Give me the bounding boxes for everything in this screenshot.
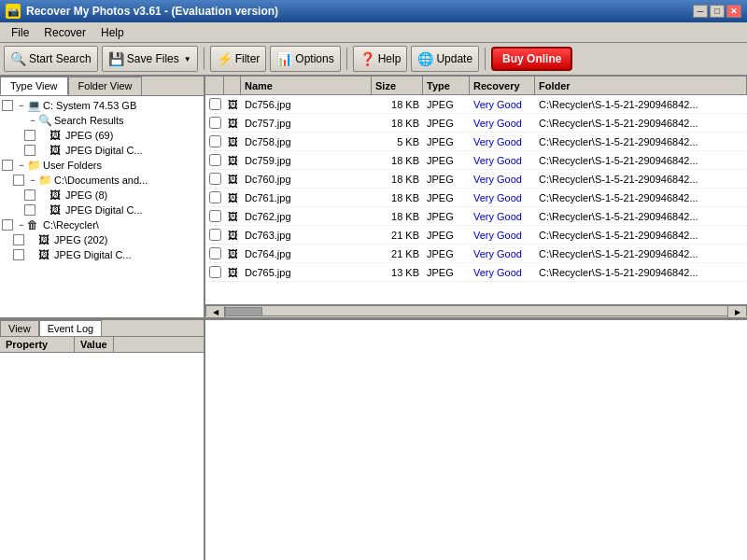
tree-item-checkbox[interactable]: [2, 100, 13, 111]
close-button[interactable]: ✕: [726, 5, 741, 18]
tree-item-checkbox[interactable]: [2, 219, 13, 231]
table-row[interactable]: 🖼 Dc763.jpg 21 KB JPEG Very Good C:\Recy…: [205, 226, 747, 245]
file-select-checkbox[interactable]: [209, 210, 221, 222]
file-select-checkbox[interactable]: [209, 117, 221, 129]
file-checkbox[interactable]: [205, 98, 224, 110]
file-thumb-icon: 🖼: [224, 248, 241, 259]
tree-item[interactable]: −🔍Search Results: [2, 113, 202, 128]
tree-item-checkbox[interactable]: [24, 145, 35, 156]
table-row[interactable]: 🖼 Dc758.jpg 5 KB JPEG Very Good C:\Recyc…: [205, 133, 747, 151]
help-button[interactable]: ❓ Help: [353, 46, 408, 72]
menu-bar: File Recover Help: [0, 22, 747, 43]
tab-folder-view[interactable]: Folder View: [68, 77, 143, 95]
menu-recover[interactable]: Recover: [36, 24, 93, 41]
file-select-checkbox[interactable]: [209, 154, 221, 166]
file-folder: C:\Recycler\S-1-5-21-290946842...: [535, 192, 747, 203]
bottom-section: View Event Log Property Value: [0, 319, 747, 561]
col-header-name[interactable]: Name: [241, 77, 372, 95]
table-row[interactable]: 🖼 Dc765.jpg 13 KB JPEG Very Good C:\Recy…: [205, 263, 747, 282]
table-row[interactable]: 🖼 Dc762.jpg 18 KB JPEG Very Good C:\Recy…: [205, 207, 747, 226]
tree-item-checkbox[interactable]: [2, 160, 13, 171]
table-row[interactable]: 🖼 Dc756.jpg 18 KB JPEG Very Good C:\Recy…: [205, 95, 747, 114]
buy-online-button[interactable]: Buy Online: [491, 47, 572, 71]
file-checkbox[interactable]: [205, 210, 224, 222]
tree-item-checkbox[interactable]: [24, 130, 35, 141]
tree-item-checkbox[interactable]: [24, 204, 35, 216]
tree-item[interactable]: −📁C:\Documents and...: [2, 173, 202, 188]
table-row[interactable]: 🖼 Dc759.jpg 18 KB JPEG Very Good C:\Recy…: [205, 151, 747, 170]
file-checkbox[interactable]: [205, 266, 224, 278]
file-thumb-icon: 🖼: [224, 99, 241, 110]
table-row[interactable]: 🖼 Dc757.jpg 18 KB JPEG Very Good C:\Recy…: [205, 114, 747, 133]
file-select-checkbox[interactable]: [209, 229, 221, 241]
col-header-type[interactable]: Type: [423, 77, 470, 95]
update-button[interactable]: 🌐 Update: [411, 46, 479, 72]
tree-item[interactable]: −🗑C:\Recycler\: [2, 217, 202, 232]
file-thumb-icon: 🖼: [224, 155, 241, 166]
col-header-folder[interactable]: Folder: [535, 77, 747, 95]
save-files-button[interactable]: 💾 Save Files ▼: [102, 46, 198, 72]
table-row[interactable]: 🖼 Dc764.jpg 21 KB JPEG Very Good C:\Recy…: [205, 245, 747, 263]
options-button[interactable]: 📊 Options: [270, 46, 340, 72]
separator-2: [346, 48, 347, 70]
file-checkbox[interactable]: [205, 173, 224, 185]
file-recovery: Very Good: [470, 136, 535, 147]
file-checkbox[interactable]: [205, 247, 224, 259]
tree-item[interactable]: 🖼JPEG (8): [2, 188, 202, 203]
bottom-tabs: View Event Log: [0, 320, 204, 337]
tree-item[interactable]: −📁User Folders: [2, 158, 202, 173]
horizontal-scrollbar[interactable]: ◀ ▶: [205, 304, 747, 317]
bottom-right-panel: [205, 320, 747, 561]
file-size: 18 KB: [372, 118, 423, 129]
tree-expand-icon[interactable]: −: [27, 175, 38, 186]
file-checkbox[interactable]: [205, 191, 224, 203]
table-row[interactable]: 🖼 Dc760.jpg 18 KB JPEG Very Good C:\Recy…: [205, 170, 747, 189]
file-select-checkbox[interactable]: [209, 247, 221, 259]
file-select-checkbox[interactable]: [209, 191, 221, 203]
tree-item[interactable]: 🖼JPEG (69): [2, 128, 202, 143]
minimize-button[interactable]: ─: [693, 5, 708, 18]
file-checkbox[interactable]: [205, 154, 224, 166]
table-row[interactable]: 🖼 Dc761.jpg 18 KB JPEG Very Good C:\Recy…: [205, 189, 747, 207]
tree-item-checkbox[interactable]: [13, 249, 24, 260]
restore-button[interactable]: □: [710, 5, 725, 18]
tab-type-view[interactable]: Type View: [0, 77, 68, 95]
col-header-recovery[interactable]: Recovery: [470, 77, 535, 95]
file-select-checkbox[interactable]: [209, 173, 221, 185]
tree-item-icon: 🖼: [49, 203, 63, 217]
tab-view[interactable]: View: [0, 320, 39, 336]
start-search-button[interactable]: 🔍 Start Search: [4, 46, 98, 72]
col-header-size[interactable]: Size: [372, 77, 423, 95]
tab-event-log[interactable]: Event Log: [39, 320, 103, 336]
file-size: 18 KB: [372, 174, 423, 185]
props-body: [0, 353, 204, 561]
save-files-dropdown-arrow[interactable]: ▼: [184, 55, 191, 63]
tree-item-checkbox[interactable]: [13, 234, 24, 245]
file-type: JPEG: [423, 99, 470, 110]
tree-item[interactable]: −💻C: System 74.53 GB: [2, 98, 202, 113]
file-list-body[interactable]: 🖼 Dc756.jpg 18 KB JPEG Very Good C:\Recy…: [205, 95, 747, 304]
file-checkbox[interactable]: [205, 117, 224, 129]
tree-expand-icon[interactable]: −: [16, 219, 27, 231]
tree-item[interactable]: 🖼JPEG (202): [2, 232, 202, 247]
tree-expand-icon[interactable]: −: [27, 115, 38, 126]
tree-expand-icon[interactable]: −: [16, 100, 27, 111]
tree-item[interactable]: 🖼JPEG Digital C...: [2, 247, 202, 262]
tree-item-checkbox[interactable]: [13, 175, 24, 186]
file-checkbox[interactable]: [205, 135, 224, 147]
tree-container[interactable]: −💻C: System 74.53 GB−🔍Search Results🖼JPE…: [0, 96, 204, 317]
file-checkbox[interactable]: [205, 229, 224, 241]
filter-button[interactable]: ⚡ Filter: [210, 46, 267, 72]
file-thumb-icon: 🖼: [224, 118, 241, 129]
menu-file[interactable]: File: [4, 24, 36, 41]
menu-help[interactable]: Help: [93, 24, 132, 41]
tree-item[interactable]: 🖼JPEG Digital C...: [2, 203, 202, 217]
file-size: 21 KB: [372, 248, 423, 259]
file-select-checkbox[interactable]: [209, 98, 221, 110]
file-name: Dc761.jpg: [241, 192, 372, 203]
tree-item-checkbox[interactable]: [24, 189, 35, 201]
tree-item[interactable]: 🖼JPEG Digital C...: [2, 143, 202, 158]
file-select-checkbox[interactable]: [209, 135, 221, 147]
tree-expand-icon[interactable]: −: [16, 160, 27, 171]
file-select-checkbox[interactable]: [209, 266, 221, 278]
